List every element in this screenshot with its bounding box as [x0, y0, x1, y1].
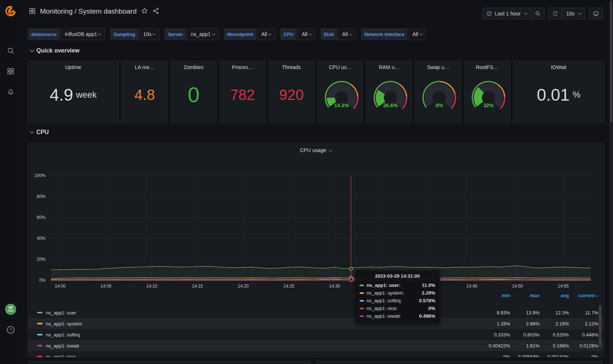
dashboards-icon[interactable]	[0, 64, 21, 79]
stat-big-value: 0.01	[537, 86, 570, 103]
section-cpu[interactable]: CPU	[29, 129, 49, 136]
top-navigation: Monitoring / System dashboard Last 1 hou…	[21, 0, 613, 23]
gauge-swap-u: 0%	[415, 76, 461, 113]
variable-label: Sampling	[110, 28, 138, 40]
svg-text:14:30: 14:30	[329, 284, 340, 289]
variable-value-dropdown[interactable]: All	[257, 28, 275, 40]
gauge-ram-u: 26.6%	[367, 76, 412, 113]
stat-panel-cpu-us: CPU us…14.3%	[317, 61, 363, 123]
stat-big-value: 4.9	[50, 86, 73, 103]
variable-value-dropdown[interactable]: All	[408, 28, 426, 40]
series-color-swatch[interactable]	[37, 345, 43, 346]
svg-text:32%: 32%	[483, 102, 494, 108]
cpu-usage-chart[interactable]: 14:0014:0514:1014:1514:2014:2514:3014:35…	[28, 144, 604, 291]
legend-series-name[interactable]: ns_app1: softirq	[46, 332, 80, 338]
chevron-down-icon	[268, 32, 271, 36]
tooltip-series-value: 2.29%	[422, 290, 435, 296]
grafana-logo-icon[interactable]	[0, 4, 21, 18]
stat-value: 0.01%	[513, 70, 604, 123]
variable-value-dropdown[interactable]: All	[298, 28, 315, 40]
svg-text:80%: 80%	[37, 194, 46, 199]
gauge-cpu-us: 14.3%	[318, 76, 363, 113]
legend-series-name[interactable]: ns_app1: user	[46, 310, 76, 316]
dashboard-grid-icon	[29, 7, 36, 16]
svg-text:20%: 20%	[37, 257, 46, 262]
legend-value-current: 2.12%	[569, 321, 598, 327]
favorite-star-icon[interactable]	[141, 7, 148, 16]
zoom-out-button[interactable]	[531, 8, 545, 19]
series-color-swatch[interactable]	[37, 323, 43, 324]
tooltip-series-row: ns_app1: user:11.0%	[360, 281, 435, 289]
svg-text:14:10: 14:10	[146, 284, 157, 289]
next-row-panel-left	[28, 361, 310, 364]
stat-panel-title: Threads	[269, 61, 314, 70]
stat-panel-title: Proces…	[220, 61, 265, 70]
tooltip-series-value: 0.496%	[419, 313, 435, 319]
svg-text:?: ?	[9, 328, 11, 332]
tooltip-series-row: ns_app1: system:2.29%	[360, 289, 435, 297]
stat-value: 782	[220, 70, 265, 123]
legend-value-max: 13.9%	[510, 310, 540, 316]
variable-value-dropdown[interactable]: InfluxDB app1	[61, 28, 105, 40]
legend-row: ns_app1: iowait0.00422%1.61%0.166%0.0126…	[28, 340, 604, 351]
chevron-down-icon	[419, 32, 423, 36]
series-color-swatch[interactable]	[37, 334, 43, 335]
variable-label: Mountpoint	[224, 28, 257, 40]
variable-mountpoint: MountpointAll	[224, 28, 275, 40]
stat-unit: %	[573, 90, 580, 100]
legend-value-max: 0.803%	[510, 332, 540, 338]
refresh-interval-dropdown[interactable]: 10s	[562, 8, 585, 19]
series-color-swatch[interactable]	[37, 312, 43, 313]
dashboard-variables: datasourceInfluxDB app1Sampling10sServer…	[28, 28, 426, 40]
alerting-bell-icon[interactable]	[0, 84, 21, 99]
variable-value-dropdown[interactable]: 10s	[139, 28, 160, 40]
stat-value: 4.8	[122, 70, 167, 123]
legend-sort-max[interactable]: max	[510, 293, 540, 298]
legend-series-name[interactable]: ns_app1: iowait	[46, 343, 79, 349]
legend-value-current: 11.7%	[569, 310, 598, 316]
stat-unit: week	[76, 90, 97, 100]
refresh-button[interactable]	[548, 8, 562, 19]
help-icon[interactable]: ?	[0, 322, 21, 337]
legend-sort-avg[interactable]: avg	[540, 293, 569, 298]
user-avatar[interactable]	[0, 302, 21, 317]
legend-value-min: 1.28%	[481, 321, 510, 327]
legend-scrollbar[interactable]	[599, 305, 601, 347]
search-icon[interactable]	[0, 43, 21, 58]
variable-label: Network interface	[361, 28, 408, 40]
series-color-swatch[interactable]	[37, 356, 43, 357]
legend-sort-current[interactable]: current	[569, 293, 598, 298]
section-title: CPU	[36, 129, 49, 136]
sidebar: ?	[0, 0, 21, 364]
svg-text:40%: 40%	[37, 236, 46, 241]
variable-value-dropdown[interactable]: ns_app1	[187, 28, 219, 40]
tv-kiosk-button[interactable]	[589, 8, 603, 19]
legend-series-name[interactable]: ns_app1: system	[46, 321, 82, 327]
series-color-dash	[360, 292, 364, 294]
tooltip-timestamp: 2023-03-29 14:31:00	[360, 273, 435, 279]
stat-panel-title: Zombies	[171, 61, 216, 70]
stat-panel-title: Uptime	[28, 61, 118, 70]
time-range-picker[interactable]: Last 1 hour	[482, 8, 531, 19]
variable-network-interface: Network interfaceAll	[361, 28, 426, 40]
section-quick-overview[interactable]: Quick overview	[29, 47, 79, 54]
legend-value-min: 0%	[481, 354, 510, 358]
legend-row: ns_app1: softirq0.333%0.803%0.520%0.448%	[28, 329, 604, 340]
share-icon[interactable]	[152, 7, 159, 16]
stat-panel-threads: Threads920	[268, 61, 314, 123]
stat-panel-title: RAM u…	[367, 61, 412, 70]
svg-text:14:45: 14:45	[466, 284, 477, 289]
quick-overview-stats: Uptime4.9weekLA me…4.8Zombies0Proces…782…	[28, 61, 604, 123]
series-color-dash	[360, 300, 364, 302]
legend-series-name[interactable]: ns_app1: nice	[46, 354, 76, 358]
time-range-label: Last 1 hour	[495, 11, 520, 17]
stat-value: 0%	[415, 70, 461, 123]
legend-sort-min[interactable]: min	[481, 293, 510, 298]
stat-value: 920	[269, 70, 314, 123]
variable-value-dropdown[interactable]: All	[338, 28, 356, 40]
page-scrollbar[interactable]	[609, 0, 613, 364]
page-title[interactable]: Monitoring / System dashboard	[40, 7, 137, 15]
chevron-down-icon	[349, 32, 353, 36]
refresh-interval-label: 10s	[566, 11, 574, 17]
main-content: Monitoring / System dashboard Last 1 hou…	[21, 0, 613, 364]
